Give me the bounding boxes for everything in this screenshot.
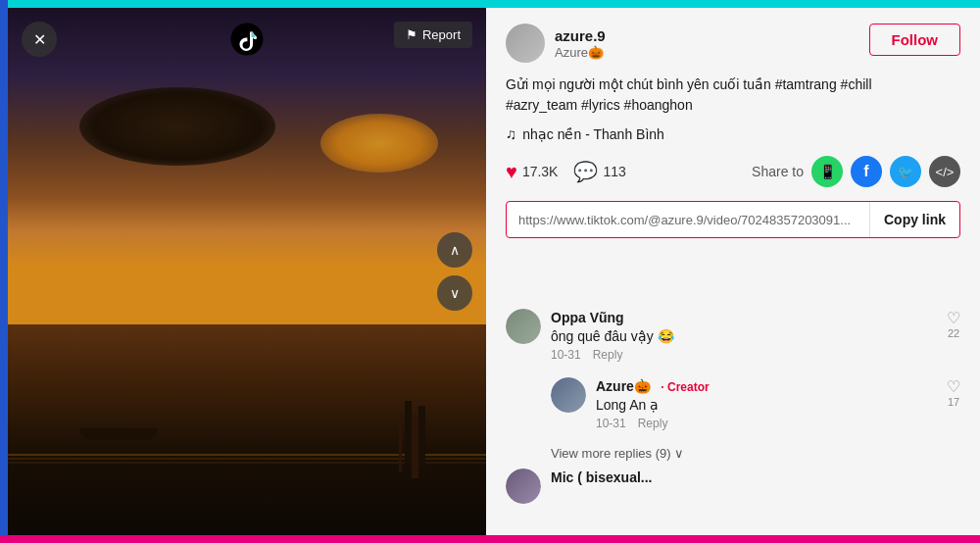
hashtag-hoanghon: #hoanghon (624, 97, 693, 113)
close-icon: ✕ (33, 30, 46, 49)
comment-date: 10-31 (551, 348, 581, 362)
reply-like: ♡ 17 (947, 377, 960, 430)
reply-button[interactable]: Reply (593, 348, 623, 362)
share-embed-button[interactable]: </> (929, 156, 960, 187)
chevron-down-icon: ∨ (450, 285, 460, 301)
copy-link-button[interactable]: Copy link (869, 202, 959, 237)
nav-up-button[interactable]: ∧ (437, 232, 472, 268)
next-commenter-avatar (506, 469, 541, 504)
report-label: Report (422, 27, 461, 42)
cloud-yellow (320, 114, 438, 173)
facebook-icon: f (863, 163, 868, 180)
twitter-icon: 🐦 (898, 165, 913, 179)
view-more-replies[interactable]: View more replies (9) ∨ (551, 446, 960, 461)
reply-like-count: 17 (948, 396, 959, 408)
reeds (389, 393, 448, 471)
reply-date: 10-31 (596, 417, 626, 430)
next-commenter-username: Mic ( bisexual... (551, 469, 652, 485)
right-content: azure.9 Azure🎃 Follow Gửi mọi người một … (486, 8, 980, 309)
next-avatar-image (506, 469, 541, 504)
comments-section: Oppa Vũng ông quê đâu vậy 😂 10-31 Reply … (486, 309, 980, 535)
reply-like-icon[interactable]: ♡ (947, 377, 960, 396)
like-icon[interactable]: ♡ (947, 309, 960, 327)
main-container: ✕ ⚑ Report ∧ ∨ (8, 8, 980, 535)
url-input[interactable] (507, 203, 869, 237)
reply-avatar-image (551, 377, 586, 413)
left-border-bar (0, 0, 8, 543)
share-whatsapp-button[interactable]: 📱 (811, 156, 843, 187)
next-comment-preview: Mic ( bisexual... (506, 469, 960, 504)
chevron-up-icon: ∧ (450, 242, 460, 258)
sky-layer (8, 8, 486, 351)
boat (79, 420, 158, 440)
flag-icon: ⚑ (406, 27, 417, 42)
comment-icon: 💬 (573, 160, 598, 183)
next-comment-content: Mic ( bisexual... (551, 469, 960, 504)
top-border-bar (0, 0, 980, 8)
heart-icon: ♥ (506, 161, 517, 183)
like-count: 22 (948, 327, 959, 339)
user-subname: Azure🎃 (555, 45, 606, 60)
music-line: ♫ nhạc nền - Thanh Bình (506, 125, 960, 142)
whatsapp-icon: 📱 (819, 164, 836, 179)
comment-count: 113 (603, 164, 625, 179)
comment-meta: 10-31 Reply (551, 348, 937, 362)
share-icons: 📱 f 🐦 </> (811, 156, 960, 187)
cloud-dark (79, 87, 275, 166)
hashtag-lyrics: #lyrics (581, 97, 620, 113)
comment-content: Oppa Vũng ông quê đâu vậy 😂 10-31 Reply (551, 309, 937, 362)
share-facebook-button[interactable]: f (851, 156, 882, 187)
report-button[interactable]: ⚑ Report (394, 22, 472, 48)
close-button[interactable]: ✕ (22, 22, 57, 57)
comment-stat: 💬 113 (573, 160, 625, 183)
comment-item: Oppa Vũng ông quê đâu vậy 😂 10-31 Reply … (506, 309, 960, 362)
url-box: Copy link (506, 201, 960, 238)
hashtag-chill: #chill (841, 76, 872, 92)
like-count: 17.3K (522, 164, 559, 179)
video-background (8, 8, 486, 535)
share-label: Share to (752, 164, 804, 179)
share-twitter-button[interactable]: 🐦 (890, 156, 921, 187)
reply-item: Azure🎃 · Creator Long An ạ 10-31 Reply ♡… (551, 377, 960, 430)
hashtag-azry-team: #azry_team (506, 97, 577, 113)
music-title: nhạc nền - Thanh Bình (522, 126, 664, 142)
hashtag-tamtrang: #tamtrang (775, 76, 837, 92)
username: azure.9 (555, 27, 606, 45)
nav-down-button[interactable]: ∨ (437, 275, 472, 311)
tiktok-logo (229, 22, 265, 57)
reply-text: Long An ạ (596, 397, 937, 413)
reply-reply-button[interactable]: Reply (638, 417, 668, 430)
avatar-image (506, 309, 541, 344)
follow-button[interactable]: Follow (869, 24, 961, 56)
user-info: azure.9 Azure🎃 (506, 24, 606, 63)
user-header: azure.9 Azure🎃 Follow (506, 24, 960, 63)
like-stat: ♥ 17.3K (506, 161, 558, 183)
commenter-avatar (506, 309, 541, 344)
bottom-border-bar (0, 535, 980, 543)
reply-username: Azure🎃 (596, 378, 651, 394)
reply-content: Azure🎃 · Creator Long An ạ 10-31 Reply (596, 377, 937, 430)
commenter-username: Oppa Vũng (551, 310, 624, 325)
creator-badge: · Creator (661, 380, 709, 394)
video-panel: ✕ ⚑ Report ∧ ∨ (8, 8, 486, 535)
reply-avatar (551, 377, 586, 413)
comment-like: ♡ 22 (947, 309, 960, 362)
right-panel: azure.9 Azure🎃 Follow Gửi mọi người một … (486, 8, 980, 535)
description: Gửi mọi người một chút bình yên cuối tuầ… (506, 74, 960, 116)
comment-text: ông quê đâu vậy 😂 (551, 328, 937, 344)
nav-arrows: ∧ ∨ (437, 232, 472, 311)
avatar (506, 24, 545, 63)
user-details: azure.9 Azure🎃 (555, 27, 606, 60)
music-note-icon: ♫ (506, 125, 516, 142)
embed-icon: </> (936, 165, 955, 179)
stats-row: ♥ 17.3K 💬 113 Share to 📱 f 🐦 (506, 156, 960, 187)
reply-meta: 10-31 Reply (596, 417, 937, 430)
